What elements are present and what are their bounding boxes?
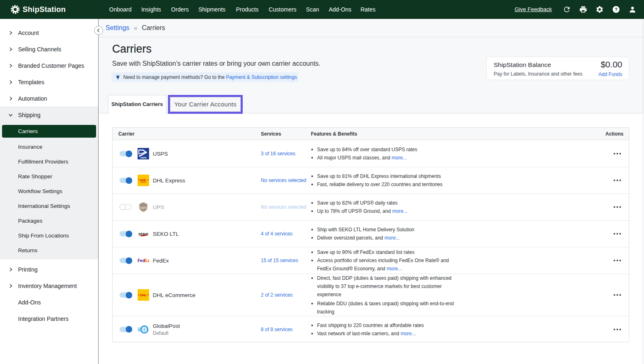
svg-text:USPS: USPS [140,157,147,159]
svg-text:SEKO: SEKO [138,232,148,236]
svg-text:ups: ups [140,205,147,210]
svg-text:EXPRESS: EXPRESS [140,182,146,183]
svg-text:?: ? [614,7,617,12]
svg-text:Ex: Ex [145,258,149,263]
svg-text:Fed: Fed [138,258,145,263]
svg-text:DHL: DHL [140,293,147,297]
